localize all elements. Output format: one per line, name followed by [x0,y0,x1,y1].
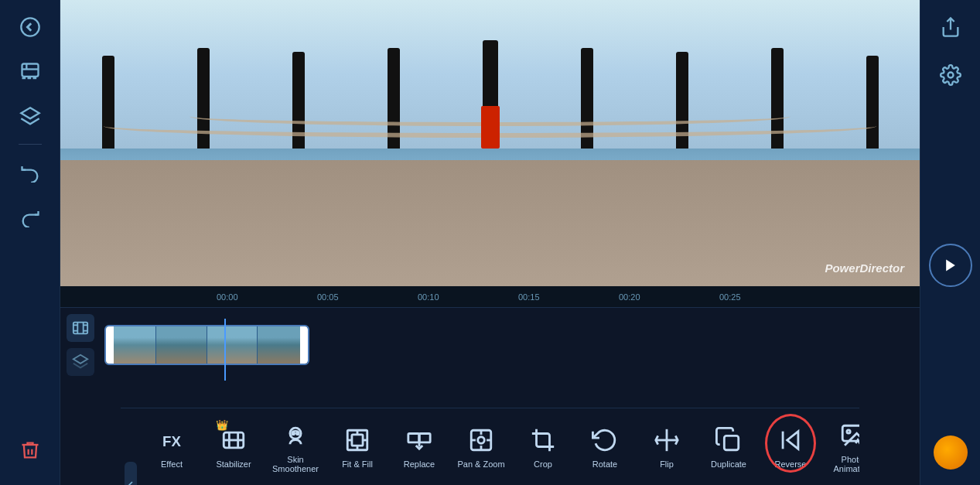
watermark: PowerDirector [825,261,904,275]
settings-button[interactable] [931,56,970,94]
flip-label: Flip [660,459,674,469]
delete-button[interactable] [11,431,50,470]
overlay-track-icon[interactable] [67,348,94,376]
svg-marker-6 [73,355,87,364]
stabilizer-label: Stabilizer [216,459,251,469]
crop-icon [528,425,558,455]
svg-rect-16 [352,434,363,445]
toolbar-item-crop[interactable]: Crop [512,412,574,482]
svg-point-33 [847,429,850,432]
toolbar-item-photo-animation[interactable]: Try PhotoAnimation [821,412,859,482]
replace-icon [405,425,434,455]
svg-point-35 [948,73,953,78]
bottom-toolbar: FX Effect 👑 [121,408,859,485]
left-sidebar [0,0,60,485]
orange-indicator [934,435,968,470]
playhead[interactable] [224,319,226,381]
crop-label: Crop [534,459,552,469]
play-button[interactable] [929,244,972,287]
divider-1 [19,144,42,145]
main-content: PowerDirector 00:00 00:05 00:10 00:15 00… [60,0,920,485]
clip-handle-left[interactable] [106,326,114,364]
fx-icon: FX [157,425,186,455]
ruler-mark-3: 00:15 [517,292,617,302]
svg-marker-30 [787,431,798,449]
crown-icon: 👑 [216,419,228,431]
toolbar-item-replace[interactable]: Replace [388,412,450,482]
video-preview: PowerDirector [60,0,920,286]
clip-thumbnails [106,326,308,364]
flip-icon [652,425,681,455]
skin-smoothener-icon [281,421,310,450]
toolbar-item-pan-zoom[interactable]: Pan & Zoom [450,412,512,482]
photo-animation-label: PhotoAnimation [834,455,859,473]
svg-point-0 [21,18,39,36]
photo-animation-icon [838,421,859,450]
pan-zoom-label: Pan & Zoom [457,459,504,469]
redo-button[interactable] [11,197,50,236]
svg-marker-36 [946,259,955,271]
ruler-mark-0: 00:00 [215,292,316,302]
svg-rect-5 [73,323,87,334]
reverse-icon [776,425,805,455]
svg-text:FX: FX [162,433,181,449]
toolbar-item-stabilizer[interactable]: 👑 Stabilizer [203,412,265,482]
toolbar-item-flip[interactable]: Flip [636,412,698,482]
undo-button[interactable] [11,152,50,191]
svg-rect-29 [724,435,738,449]
share-button[interactable] [931,8,970,46]
layers-button[interactable] [11,97,50,136]
skin-smoothener-label: SkinSmoothener [272,455,319,473]
duplicate-icon [714,425,743,455]
replace-label: Replace [404,459,435,469]
toolbar-item-skin-smoothener[interactable]: SkinSmoothener [265,412,326,482]
right-sidebar [920,0,980,485]
track-icons [67,314,94,376]
video-scene: PowerDirector [60,0,920,286]
video-clip[interactable] [104,325,309,365]
pan-zoom-icon [466,425,496,455]
ruler-mark-1: 00:05 [316,292,416,302]
media-button[interactable] [11,53,50,91]
fit-fill-label: Fit & Fill [342,459,373,469]
toolbar-item-fx[interactable]: FX Effect [141,412,203,482]
fit-fill-icon [343,425,372,455]
svg-marker-4 [21,108,39,118]
svg-point-24 [478,436,485,443]
rotate-label: Rotate [592,459,617,469]
toolbar-item-fit-fill[interactable]: Fit & Fill [326,412,388,482]
ruler-mark-5: 00:25 [718,292,818,302]
video-track-icon[interactable] [67,314,94,342]
toolbar-item-reverse[interactable]: Reverse [760,412,821,482]
svg-rect-1 [22,64,38,77]
ruler-mark-4: 00:20 [617,292,718,302]
timeline-ruler: 00:00 00:05 00:10 00:15 00:20 00:25 [60,286,920,308]
fx-label: Effect [161,459,183,469]
ruler-mark-2: 00:10 [416,292,517,302]
clip-handle-right[interactable] [300,326,308,364]
reverse-label: Reverse [775,459,807,469]
toolbar-item-duplicate[interactable]: Duplicate [698,412,760,482]
toolbar-item-rotate[interactable]: Rotate [574,412,636,482]
ruler-marks: 00:00 00:05 00:10 00:15 00:20 00:25 [215,292,818,302]
duplicate-label: Duplicate [711,459,746,469]
timeline-area: 00:00 00:05 00:10 00:15 00:20 00:25 [60,286,920,485]
svg-point-14 [296,432,299,434]
svg-rect-22 [419,433,430,442]
back-button[interactable] [11,8,50,46]
rotate-icon [590,425,620,455]
svg-rect-21 [408,433,419,442]
toolbar-collapse-button[interactable] [125,462,137,485]
svg-point-13 [292,432,295,434]
